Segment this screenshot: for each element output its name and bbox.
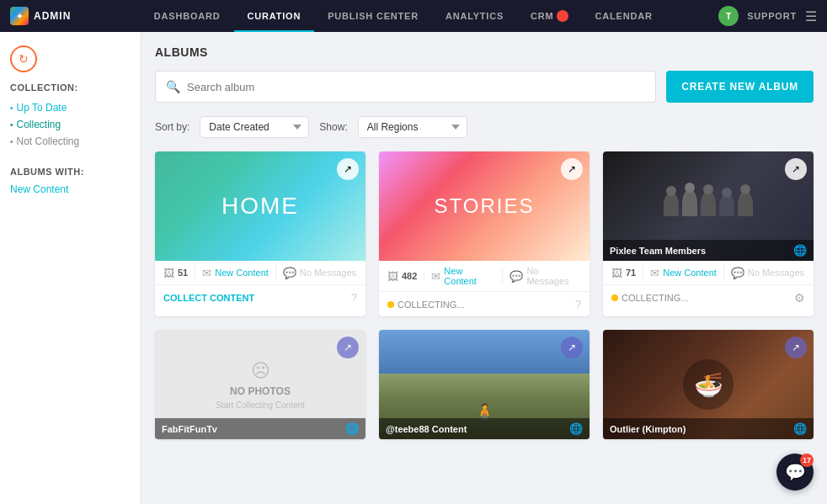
hamburger-menu-icon[interactable]: ☰ xyxy=(805,8,817,24)
sidebar-item-new-content[interactable]: New Content xyxy=(10,183,131,195)
album-name: @teebe88 Content xyxy=(386,424,467,434)
search-input[interactable] xyxy=(187,81,645,93)
sidebar: ↻ COLLECTION: • Up To Date • Collecting … xyxy=(0,32,141,504)
collecting-label: COLLECTING... xyxy=(611,293,688,303)
albums-with-title: ALBUMS WITH: xyxy=(10,167,131,177)
album-grid: HOME ↗ 🖼 51 ✉ New Content xyxy=(155,151,814,439)
globe-icon: 🌐 xyxy=(793,422,807,435)
chat-bubble[interactable]: 💬 17 xyxy=(776,454,814,491)
stat-msg: 💬 No Messages xyxy=(510,266,581,286)
divider xyxy=(643,266,643,279)
album-thumb-home: HOME ↗ xyxy=(155,151,365,261)
divider xyxy=(502,269,503,283)
no-photos-sub: Start Collecting Content xyxy=(216,401,305,410)
album-stats-stories: 🖼 482 ✉ New Content 💬 No Messages xyxy=(379,261,590,292)
stat-new: ✉ New Content xyxy=(650,267,717,279)
nav-right: T SUPPORT ☰ xyxy=(718,6,817,26)
support-link[interactable]: SUPPORT xyxy=(747,11,797,21)
search-create-row: 🔍 CREATE NEW ALBUM xyxy=(155,71,814,103)
sidebar-item-label: Not Collecting xyxy=(17,135,80,147)
album-card-outlier[interactable]: 🍜 ↗ Outlier (Kimpton) 🌐 xyxy=(603,330,814,439)
album-thumb-outlier: 🍜 ↗ Outlier (Kimpton) 🌐 xyxy=(603,330,814,439)
logo: ✦ ADMIN xyxy=(10,7,71,25)
album-thumb-fabfitfuntv: ☹ NO PHOTOS Start Collecting Content ↗ F… xyxy=(155,330,365,439)
help-icon[interactable]: ? xyxy=(575,298,581,310)
sidebar-item-up-to-date[interactable]: • Up To Date xyxy=(10,99,131,116)
nav-link-analytics[interactable]: ANALYTICS xyxy=(432,0,517,32)
collection-section: COLLECTION: • Up To Date • Collecting • … xyxy=(10,82,131,150)
album-footer-stories: COLLECTING... ? xyxy=(379,292,590,316)
collection-title: COLLECTION: xyxy=(10,82,131,93)
nav-link-dashboard[interactable]: DASHBOARD xyxy=(141,0,234,32)
nav-link-crm[interactable]: CRM xyxy=(517,0,581,32)
thumb-overlay: ↗ xyxy=(337,337,359,358)
nav-link-curation[interactable]: CURATION xyxy=(234,0,315,32)
envelope-icon: ✉ xyxy=(431,270,440,283)
pin-icon[interactable]: ↗ xyxy=(785,158,807,180)
pin-icon[interactable]: ↗ xyxy=(785,337,807,358)
collecting-text: COLLECTING... xyxy=(622,293,688,303)
divider xyxy=(424,269,424,283)
frown-icon: ☹ xyxy=(251,360,270,382)
globe-icon: 🌐 xyxy=(345,422,359,435)
nav-links: DASHBOARD CURATION PUBLISH CENTER ANALYT… xyxy=(88,0,718,32)
image-icon: 🖼 xyxy=(163,267,174,279)
sort-label: Sort by: xyxy=(155,121,189,133)
show-select[interactable]: All Regions xyxy=(358,116,467,138)
sort-select[interactable]: Date Created xyxy=(200,116,309,138)
image-icon: 🖼 xyxy=(611,267,622,279)
album-name-overlay: Outlier (Kimpton) 🌐 xyxy=(603,418,814,439)
gear-icon[interactable]: ⚙ xyxy=(794,291,805,305)
nav-link-calendar[interactable]: CALENDAR xyxy=(582,0,666,32)
new-content-label: New Content xyxy=(444,266,495,286)
logo-text: ADMIN xyxy=(34,10,71,22)
divider xyxy=(723,266,724,279)
pin-icon[interactable]: ↗ xyxy=(561,337,583,358)
show-label: Show: xyxy=(319,121,347,133)
album-card-stories[interactable]: STORIES ↗ 🖼 482 ✉ New Content xyxy=(379,151,590,316)
chat-icon: 💬 xyxy=(283,267,296,279)
globe-icon: 🌐 xyxy=(569,422,583,435)
stories-thumbnail: STORIES xyxy=(379,151,590,261)
avatar[interactable]: T xyxy=(718,6,739,26)
pin-icon[interactable]: ↗ xyxy=(337,158,359,180)
stat-new: ✉ New Content xyxy=(431,266,495,286)
stat-count: 🖼 71 xyxy=(611,267,636,279)
thumb-overlay: ↗ xyxy=(785,158,807,180)
search-input-wrap[interactable]: 🔍 xyxy=(155,71,656,103)
pin-icon[interactable]: ↗ xyxy=(561,158,583,180)
create-album-button[interactable]: CREATE NEW ALBUM xyxy=(666,71,814,103)
crm-badge xyxy=(557,10,568,22)
stat-number: 482 xyxy=(402,271,417,281)
collect-content-link[interactable]: COLLECT CONTENT xyxy=(163,293,254,303)
album-name-overlay: @teebe88 Content 🌐 xyxy=(379,418,590,439)
album-footer-home: COLLECT CONTENT ? xyxy=(155,285,365,310)
sidebar-item-not-collecting[interactable]: • Not Collecting xyxy=(10,133,131,150)
chat-badge: 17 xyxy=(800,454,814,467)
sidebar-item-label: Collecting xyxy=(17,119,61,130)
album-card-teebe88[interactable]: 🧍 ↗ @teebe88 Content 🌐 xyxy=(379,330,590,439)
main-layout: ↻ COLLECTION: • Up To Date • Collecting … xyxy=(0,32,827,504)
stat-number: 71 xyxy=(626,268,636,278)
album-card-home[interactable]: HOME ↗ 🖼 51 ✉ New Content xyxy=(155,151,365,316)
no-messages-label: No Messages xyxy=(526,266,581,286)
pin-icon[interactable]: ↗ xyxy=(337,337,359,358)
collection-icon: ↻ xyxy=(10,45,37,72)
album-name: FabFitFunTv xyxy=(162,424,217,434)
album-footer-pixlee: COLLECTING... ⚙ xyxy=(603,285,814,310)
sidebar-item-collecting[interactable]: • Collecting xyxy=(10,116,131,133)
thumb-overlay: ↗ xyxy=(785,337,807,358)
album-card-fabfitfuntv[interactable]: ☹ NO PHOTOS Start Collecting Content ↗ F… xyxy=(155,330,365,439)
chat-icon: 💬 xyxy=(731,267,744,279)
stat-new: ✉ New Content xyxy=(202,267,269,279)
help-icon[interactable]: ? xyxy=(351,291,357,304)
album-thumb-pixlee: ↗ Pixlee Team Members 🌐 xyxy=(603,151,814,261)
no-messages-label: No Messages xyxy=(300,268,356,278)
collecting-text: COLLECTING... xyxy=(397,300,464,310)
nav-link-publish-center[interactable]: PUBLISH CENTER xyxy=(314,0,432,32)
thumb-overlay: ↗ xyxy=(337,158,359,180)
thumb-overlay: ↗ xyxy=(561,158,583,180)
album-card-pixlee[interactable]: ↗ Pixlee Team Members 🌐 🖼 71 ✉ xyxy=(603,151,814,316)
album-name-overlay: FabFitFunTv 🌐 xyxy=(155,418,365,439)
thumb-overlay: ↗ xyxy=(561,337,583,358)
